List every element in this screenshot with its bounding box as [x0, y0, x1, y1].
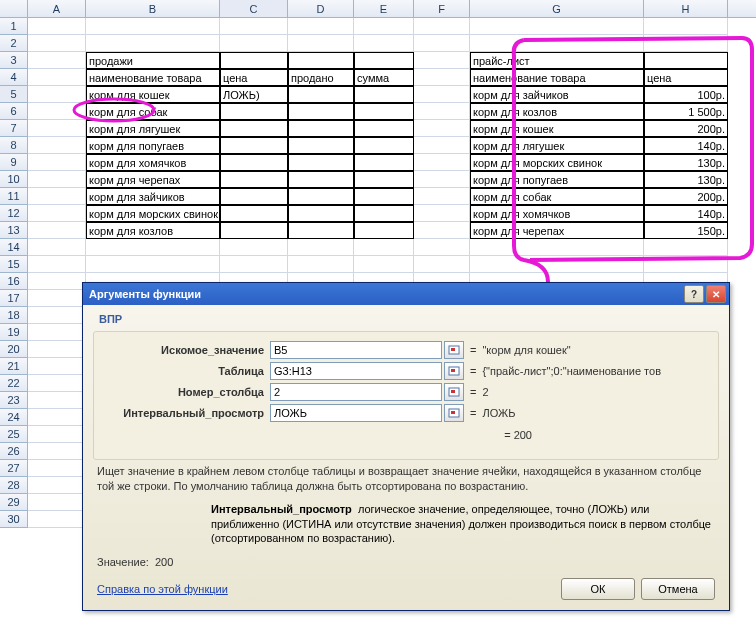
- cell[interactable]: корм для лягушек: [86, 120, 220, 137]
- row-header[interactable]: 11: [0, 188, 28, 205]
- col-header[interactable]: A: [28, 0, 86, 17]
- row-header[interactable]: 30: [0, 511, 28, 528]
- cell[interactable]: [354, 205, 414, 222]
- row-header[interactable]: 5: [0, 86, 28, 103]
- cell[interactable]: [28, 324, 86, 341]
- cell[interactable]: [354, 256, 414, 273]
- row-header[interactable]: 6: [0, 103, 28, 120]
- cell[interactable]: [354, 18, 414, 35]
- ref-select-icon[interactable]: [444, 362, 464, 380]
- cell[interactable]: [28, 120, 86, 137]
- row-header[interactable]: 21: [0, 358, 28, 375]
- cell[interactable]: [354, 188, 414, 205]
- cell[interactable]: [644, 18, 728, 35]
- cell[interactable]: 200р.: [644, 120, 728, 137]
- cell[interactable]: [28, 205, 86, 222]
- cell[interactable]: [354, 154, 414, 171]
- cell[interactable]: [414, 137, 470, 154]
- cell[interactable]: [28, 18, 86, 35]
- cell[interactable]: [414, 154, 470, 171]
- cell[interactable]: [28, 273, 86, 290]
- cell[interactable]: корм для морских свинок: [86, 205, 220, 222]
- cell[interactable]: [644, 35, 728, 52]
- cell[interactable]: сумма: [354, 69, 414, 86]
- row-header[interactable]: 13: [0, 222, 28, 239]
- cell[interactable]: корм для черепах: [470, 222, 644, 239]
- row-header[interactable]: 14: [0, 239, 28, 256]
- cell[interactable]: [414, 256, 470, 273]
- cell[interactable]: 150р.: [644, 222, 728, 239]
- row-header[interactable]: 12: [0, 205, 28, 222]
- cell[interactable]: [220, 35, 288, 52]
- row-header[interactable]: 20: [0, 341, 28, 358]
- cell[interactable]: [28, 86, 86, 103]
- row-header[interactable]: 25: [0, 426, 28, 443]
- cell[interactable]: [354, 137, 414, 154]
- cell[interactable]: [288, 222, 354, 239]
- cell[interactable]: [28, 188, 86, 205]
- cell[interactable]: [470, 239, 644, 256]
- cell[interactable]: корм для попугаев: [86, 137, 220, 154]
- row-header[interactable]: 15: [0, 256, 28, 273]
- cell[interactable]: [220, 239, 288, 256]
- cell[interactable]: [28, 171, 86, 188]
- row-header[interactable]: 4: [0, 69, 28, 86]
- ref-select-icon[interactable]: [444, 383, 464, 401]
- cell[interactable]: корм для собак: [470, 188, 644, 205]
- cell[interactable]: [28, 154, 86, 171]
- cell[interactable]: [288, 256, 354, 273]
- cell[interactable]: [470, 35, 644, 52]
- cell[interactable]: [288, 86, 354, 103]
- cell[interactable]: [220, 205, 288, 222]
- cell[interactable]: корм для морских свинок: [470, 154, 644, 171]
- cell[interactable]: [288, 154, 354, 171]
- cell[interactable]: [28, 477, 86, 494]
- cell[interactable]: [414, 86, 470, 103]
- cell[interactable]: [470, 18, 644, 35]
- ref-select-icon[interactable]: [444, 341, 464, 359]
- cell[interactable]: корм для хомячков: [86, 154, 220, 171]
- cell[interactable]: наименование товара: [470, 69, 644, 86]
- row-header[interactable]: 28: [0, 477, 28, 494]
- cell[interactable]: [354, 103, 414, 120]
- cell[interactable]: [220, 52, 288, 69]
- cell[interactable]: корм для хомячков: [470, 205, 644, 222]
- col-header[interactable]: E: [354, 0, 414, 17]
- cell[interactable]: [220, 18, 288, 35]
- cell[interactable]: продано: [288, 69, 354, 86]
- col-index-input[interactable]: [270, 383, 442, 401]
- cell[interactable]: [220, 222, 288, 239]
- row-header[interactable]: 8: [0, 137, 28, 154]
- select-all-corner[interactable]: [0, 0, 28, 17]
- cell[interactable]: [288, 103, 354, 120]
- row-header[interactable]: 9: [0, 154, 28, 171]
- cell[interactable]: [86, 35, 220, 52]
- cell[interactable]: корм для козлов: [86, 222, 220, 239]
- cell[interactable]: корм для черепах: [86, 171, 220, 188]
- cell[interactable]: [354, 52, 414, 69]
- cell[interactable]: [220, 137, 288, 154]
- row-header[interactable]: 3: [0, 52, 28, 69]
- cell[interactable]: [220, 103, 288, 120]
- cell[interactable]: 140р.: [644, 205, 728, 222]
- cell[interactable]: [28, 392, 86, 409]
- col-header[interactable]: B: [86, 0, 220, 17]
- cell[interactable]: [354, 86, 414, 103]
- cell[interactable]: [414, 239, 470, 256]
- cell[interactable]: [220, 171, 288, 188]
- row-header[interactable]: 7: [0, 120, 28, 137]
- cell[interactable]: [28, 290, 86, 307]
- cell[interactable]: [220, 256, 288, 273]
- cell[interactable]: цена: [220, 69, 288, 86]
- row-header[interactable]: 17: [0, 290, 28, 307]
- cell[interactable]: [28, 103, 86, 120]
- cell[interactable]: корм для кошек: [86, 86, 220, 103]
- cell[interactable]: [288, 239, 354, 256]
- col-header[interactable]: D: [288, 0, 354, 17]
- cell[interactable]: 140р.: [644, 137, 728, 154]
- cell[interactable]: [288, 52, 354, 69]
- cell[interactable]: [288, 171, 354, 188]
- cell[interactable]: [288, 120, 354, 137]
- cancel-button[interactable]: Отмена: [641, 578, 715, 600]
- row-header[interactable]: 22: [0, 375, 28, 392]
